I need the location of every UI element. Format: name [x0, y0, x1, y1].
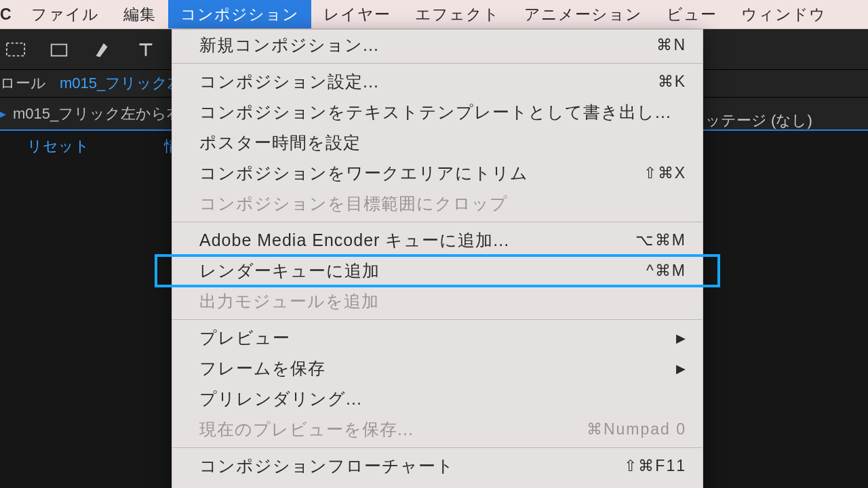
menubar-item-composition[interactable]: コンポジション — [168, 0, 311, 28]
menubar-item-layer[interactable]: レイヤー — [311, 0, 403, 28]
menu-item-crop-to-roi: コンポジションを目標範囲にクロップ — [172, 188, 703, 219]
menubar-item-window[interactable]: ウィンドウ — [729, 0, 838, 28]
footage-panel-label: ッテージ (なし) — [705, 110, 812, 131]
menu-item-save-frame[interactable]: フレームを保存 ▶ — [172, 353, 703, 384]
menu-separator — [172, 319, 703, 320]
rectangle-tool-icon[interactable] — [43, 36, 75, 63]
menubar-item-view[interactable]: ビュー — [654, 0, 729, 28]
menu-item-export-text-template[interactable]: コンポジションをテキストテンプレートとして書き出し... — [172, 97, 703, 127]
menubar-item-animation[interactable]: アニメーション — [512, 0, 654, 28]
menu-separator — [172, 63, 703, 64]
comp-bullet-icon: ▸ — [0, 106, 6, 121]
menu-item-preview[interactable]: プレビュー ▶ — [172, 323, 703, 353]
pen-tool-icon[interactable] — [87, 36, 118, 63]
menu-separator — [172, 447, 703, 448]
hand-tool-icon[interactable] — [0, 36, 31, 63]
menu-item-set-poster-time[interactable]: ポスター時間を設定 — [172, 127, 703, 158]
submenu-arrow-icon: ▶ — [676, 331, 686, 346]
menubar: C ファイル 編集 コンポジション レイヤー エフェクト アニメーション ビュー… — [0, 0, 868, 29]
submenu-arrow-icon: ▶ — [676, 361, 686, 376]
effect-controls-comp-link[interactable]: m015_フリック左 — [60, 73, 182, 94]
menu-item-comp-mini-flowchart: コンポジションミニフローチャート ⇥ — [172, 481, 703, 488]
menu-item-add-to-render-queue[interactable]: レンダーキューに追加 ^⌘M — [156, 256, 719, 286]
menu-separator — [172, 222, 703, 222]
app-menu-initial[interactable]: C — [0, 0, 19, 28]
effect-controls-prefix: ロール — [0, 73, 46, 94]
menubar-item-file[interactable]: ファイル — [19, 0, 111, 28]
menu-item-new-composition[interactable]: 新規コンポジション... ⌘N — [172, 30, 703, 60]
svg-rect-1 — [52, 44, 67, 56]
subtab-reset[interactable]: リセット — [27, 136, 90, 157]
svg-rect-0 — [7, 43, 24, 56]
comp-name-label: m015_フリック左から右 — [13, 104, 182, 124]
menu-item-composition-settings[interactable]: コンポジション設定... ⌘K — [172, 66, 703, 97]
type-tool-icon[interactable] — [130, 36, 161, 63]
menu-item-add-output-module: 出力モジュールを追加 — [172, 286, 703, 317]
menu-item-save-current-preview: 現在のプレビューを保存... ⌘Numpad 0 — [172, 414, 703, 445]
menubar-item-edit[interactable]: 編集 — [111, 0, 168, 28]
menu-item-add-to-ame-queue[interactable]: Adobe Media Encoder キューに追加... ⌥⌘M — [172, 225, 703, 256]
menubar-item-effect[interactable]: エフェクト — [403, 0, 512, 28]
composition-menu: 新規コンポジション... ⌘N コンポジション設定... ⌘K コンポジションを… — [172, 29, 703, 488]
menu-item-trim-to-work-area[interactable]: コンポジションをワークエリアにトリム ⇧⌘X — [172, 158, 703, 188]
menu-item-pre-render[interactable]: プリレンダリング... — [172, 384, 703, 414]
menu-item-comp-flowchart[interactable]: コンポジションフローチャート ⇧⌘F11 — [172, 451, 703, 481]
